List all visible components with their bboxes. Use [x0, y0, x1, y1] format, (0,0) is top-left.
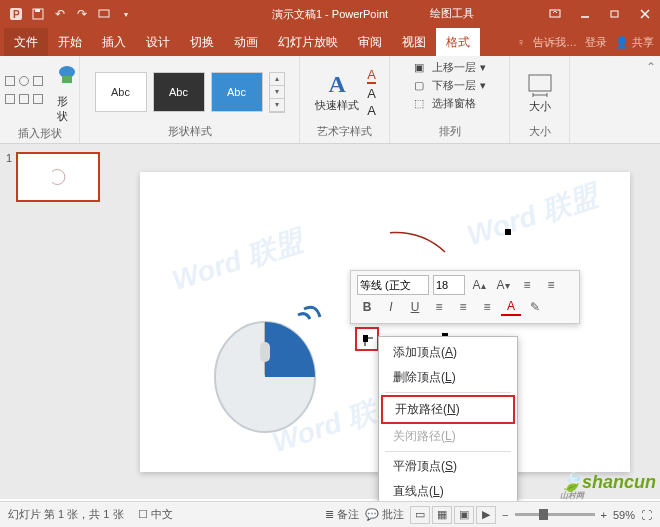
- zoom-level[interactable]: 59%: [613, 509, 635, 521]
- notes-button[interactable]: ≣ 备注: [325, 507, 359, 522]
- sorter-view-icon[interactable]: ▦: [432, 506, 452, 524]
- shape-style-1[interactable]: Abc: [95, 72, 147, 112]
- align-right-icon[interactable]: ≡: [477, 298, 497, 316]
- font-size-select[interactable]: [433, 275, 465, 295]
- tab-file[interactable]: 文件: [4, 28, 48, 56]
- collapse-ribbon-icon[interactable]: ⌃: [646, 60, 656, 74]
- normal-view-icon[interactable]: ▭: [410, 506, 430, 524]
- slide-thumbnail-1[interactable]: [16, 152, 100, 202]
- ctx-smooth-point[interactable]: 平滑顶点(S): [381, 454, 515, 479]
- group-arrange: 排列: [439, 124, 461, 141]
- signin-link[interactable]: 登录: [585, 35, 607, 50]
- ctx-add-point[interactable]: 添加顶点(A): [381, 340, 515, 365]
- increase-font-icon[interactable]: A▴: [469, 276, 489, 294]
- status-lang[interactable]: ☐ 中文: [138, 507, 173, 522]
- size-dropdown[interactable]: 大小: [527, 71, 553, 114]
- svg-rect-18: [363, 335, 368, 342]
- tab-design[interactable]: 设计: [136, 28, 180, 56]
- shape-style-2[interactable]: Abc: [153, 72, 205, 112]
- svg-rect-12: [529, 75, 551, 91]
- svg-rect-7: [611, 11, 618, 17]
- text-fill-icon[interactable]: A: [367, 67, 376, 84]
- wordart-quick-styles[interactable]: A 快速样式: [313, 69, 361, 115]
- text-effects-icon[interactable]: A: [367, 103, 376, 118]
- shape-style-3[interactable]: Abc: [211, 72, 263, 112]
- shape-style-more[interactable]: ▴▾▾: [269, 72, 285, 113]
- fit-window-icon[interactable]: ⛶: [641, 509, 652, 521]
- tab-transition[interactable]: 切换: [180, 28, 224, 56]
- save-icon[interactable]: [28, 4, 48, 24]
- svg-rect-4: [99, 10, 109, 17]
- ribbon-options-icon[interactable]: [540, 0, 570, 28]
- edit-point-cursor-highlight: [355, 327, 379, 351]
- tab-review[interactable]: 审阅: [348, 28, 392, 56]
- edit-points-context-menu: 添加顶点(A) 删除顶点(L) 开放路径(N) 关闭路径(L) 平滑顶点(S) …: [378, 336, 518, 527]
- reading-view-icon[interactable]: ▣: [454, 506, 474, 524]
- qat-customize-icon[interactable]: ▾: [116, 4, 136, 24]
- font-family-select[interactable]: [357, 275, 429, 295]
- selection-pane[interactable]: ⬚选择窗格: [414, 96, 486, 111]
- svg-text:P: P: [13, 9, 20, 20]
- status-slide-info: 幻灯片 第 1 张，共 1 张: [8, 507, 124, 522]
- document-title: 演示文稿1 - PowerPoint: [272, 7, 388, 22]
- redo-icon[interactable]: ↷: [72, 4, 92, 24]
- decrease-font-icon[interactable]: A▾: [493, 276, 513, 294]
- tab-home[interactable]: 开始: [48, 28, 92, 56]
- comments-button[interactable]: 💬 批注: [365, 507, 404, 522]
- group-size: 大小: [529, 124, 551, 141]
- tab-view[interactable]: 视图: [392, 28, 436, 56]
- mouse-clipart: [200, 287, 330, 437]
- svg-rect-3: [35, 9, 40, 12]
- contextual-tab-group: 绘图工具: [430, 6, 474, 21]
- italic-button[interactable]: I: [381, 298, 401, 316]
- format-painter-icon[interactable]: ✎: [525, 298, 545, 316]
- tab-animation[interactable]: 动画: [224, 28, 268, 56]
- tab-insert[interactable]: 插入: [92, 28, 136, 56]
- slideshow-view-icon[interactable]: ▶: [476, 506, 496, 524]
- minimize-icon[interactable]: [570, 0, 600, 28]
- undo-icon[interactable]: ↶: [50, 4, 70, 24]
- decrease-indent-icon[interactable]: ≡: [517, 276, 537, 294]
- ppt-logo-icon: P: [6, 4, 26, 24]
- slide-number: 1: [6, 152, 12, 202]
- ctx-open-path[interactable]: 开放路径(N): [381, 395, 515, 424]
- svg-rect-17: [260, 342, 270, 362]
- send-backward[interactable]: ▢下移一层 ▾: [414, 78, 486, 93]
- bring-forward[interactable]: ▣上移一层 ▾: [414, 60, 486, 75]
- tab-slideshow[interactable]: 幻灯片放映: [268, 28, 348, 56]
- restore-icon[interactable]: [600, 0, 630, 28]
- svg-rect-11: [62, 76, 72, 83]
- close-icon[interactable]: [630, 0, 660, 28]
- zoom-out-icon[interactable]: −: [502, 509, 508, 521]
- ctx-delete-point[interactable]: 删除顶点(L): [381, 365, 515, 390]
- tell-me-icon[interactable]: ♀: [517, 36, 525, 48]
- increase-indent-icon[interactable]: ≡: [541, 276, 561, 294]
- shapes-gallery[interactable]: [1, 72, 49, 114]
- text-outline-icon[interactable]: A: [367, 86, 376, 101]
- share-button[interactable]: 👤 共享: [615, 35, 654, 50]
- align-center-icon[interactable]: ≡: [453, 298, 473, 316]
- underline-button[interactable]: U: [405, 298, 425, 316]
- bold-button[interactable]: B: [357, 298, 377, 316]
- group-shape-styles: 形状样式: [168, 124, 212, 141]
- font-color-icon[interactable]: A: [501, 298, 521, 316]
- shancun-watermark: 🍃shancun山村网: [560, 471, 656, 499]
- tell-me[interactable]: 告诉我…: [533, 35, 577, 50]
- zoom-slider[interactable]: [515, 513, 595, 516]
- group-insert-shape: 插入形状: [18, 126, 62, 143]
- tab-format[interactable]: 格式: [436, 28, 480, 56]
- shapes-dropdown[interactable]: 形状: [55, 60, 79, 126]
- start-slideshow-icon[interactable]: [94, 4, 114, 24]
- zoom-in-icon[interactable]: +: [601, 509, 607, 521]
- align-left-icon[interactable]: ≡: [429, 298, 449, 316]
- group-wordart-styles: 艺术字样式: [317, 124, 372, 141]
- mini-toolbar: A▴ A▾ ≡ ≡ B I U ≡ ≡ ≡ A ✎: [350, 270, 580, 324]
- ctx-close-path: 关闭路径(L): [381, 424, 515, 449]
